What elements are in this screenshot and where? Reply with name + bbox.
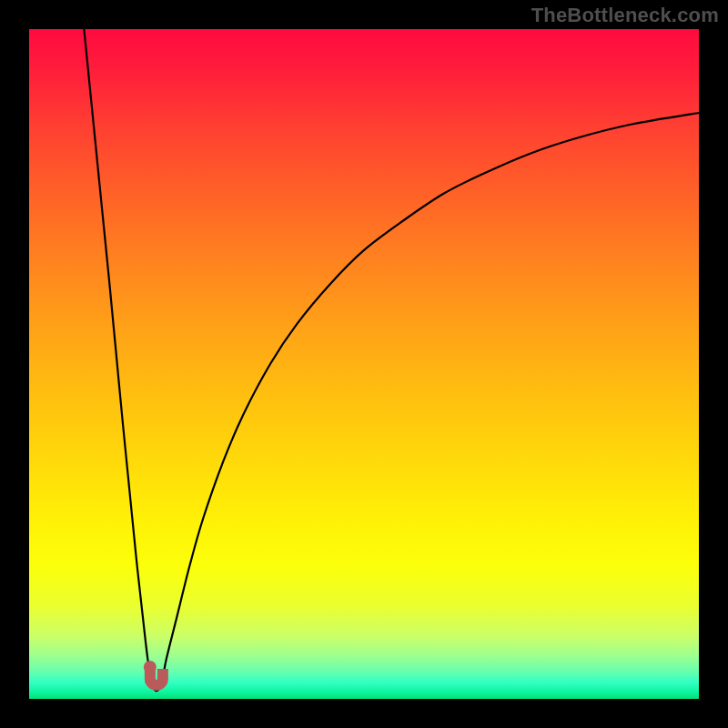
marker-dot-icon bbox=[144, 661, 157, 673]
chart-frame: TheBottleneck.com bbox=[0, 0, 728, 728]
gradient-background bbox=[29, 29, 699, 699]
bottleneck-curve-chart bbox=[29, 29, 699, 699]
plot-area bbox=[29, 29, 699, 699]
watermark-text: TheBottleneck.com bbox=[531, 4, 719, 27]
